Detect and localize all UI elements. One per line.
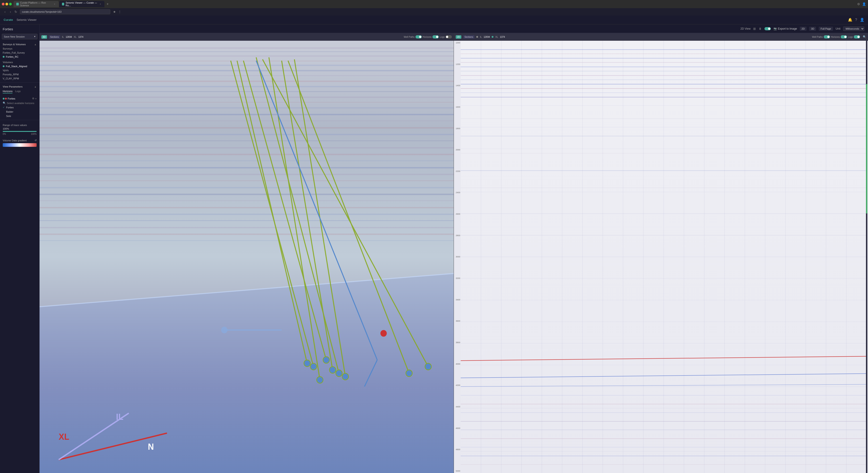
tab-horizons[interactable]: Horizons bbox=[3, 90, 12, 93]
tab-close-1[interactable]: × bbox=[53, 2, 56, 6]
2d-toggles: Well Paths Horizons Logs bbox=[812, 35, 860, 38]
svg-point-54 bbox=[336, 370, 342, 376]
sections-button-2d[interactable]: Sections bbox=[463, 35, 474, 39]
volume-item-2[interactable]: VpVs bbox=[0, 68, 39, 72]
svg-rect-115 bbox=[461, 136, 867, 136]
logs-switch-2d[interactable] bbox=[854, 35, 860, 38]
svg-rect-9 bbox=[39, 75, 454, 76]
tab-close-2[interactable]: × bbox=[99, 2, 102, 6]
browser-tab-1[interactable]: Curate Platform — Ron Science × bbox=[13, 1, 59, 7]
survey-item-2[interactable]: Forties_RC bbox=[0, 55, 39, 59]
sections-button-3d[interactable]: Sections bbox=[49, 35, 60, 39]
export-to-image-button[interactable]: 📷 Export to Image bbox=[774, 27, 797, 30]
axis-label-1600: 1600 bbox=[454, 106, 460, 108]
forward-button[interactable]: › bbox=[8, 9, 13, 14]
svg-rect-22 bbox=[39, 154, 454, 155]
well-paths-switch-2d[interactable] bbox=[824, 35, 830, 38]
svg-rect-31 bbox=[39, 213, 454, 215]
search-horizons-label: Select available horizons bbox=[7, 102, 34, 105]
address-input[interactable] bbox=[20, 9, 110, 14]
il-label-2d: IL bbox=[480, 36, 482, 38]
svg-rect-10 bbox=[39, 81, 454, 82]
app-logo: Curate bbox=[4, 18, 13, 22]
axis-label-4000: 4000 bbox=[454, 363, 460, 365]
volume-item-4[interactable]: V_CLAY_RPM bbox=[0, 77, 39, 81]
gradient-refresh-icon[interactable]: ↺ bbox=[35, 139, 37, 142]
full-page-button[interactable]: Full Page bbox=[819, 27, 833, 31]
save-session-label: Save New Session bbox=[4, 35, 25, 38]
app-title: Seismic Viewer bbox=[17, 18, 37, 22]
browser-tab-2[interactable]: Seismic Viewer — Curate — Ro... × bbox=[59, 1, 104, 7]
help-icon[interactable]: ? bbox=[855, 18, 857, 22]
extensions-icon[interactable]: ⚙ bbox=[856, 2, 861, 6]
surveys-volumes-toggle[interactable]: ▲ bbox=[34, 43, 37, 46]
viewer-3d[interactable]: 3D Sections IL 12694 XL 1374 Well Paths bbox=[39, 33, 454, 473]
close-window-btn[interactable] bbox=[2, 3, 4, 5]
logs-switch-3d[interactable] bbox=[445, 35, 452, 38]
2d-scrollbar[interactable] bbox=[866, 41, 867, 473]
well-paths-switch-3d[interactable] bbox=[415, 35, 422, 38]
svg-rect-15 bbox=[39, 107, 454, 109]
viewers-row: 3D Sections IL 12694 XL 1374 Well Paths bbox=[39, 33, 868, 473]
volume-2-name: VpVs bbox=[3, 69, 8, 72]
view-toggle-switch[interactable] bbox=[765, 27, 771, 30]
star-icon[interactable]: ★ bbox=[112, 9, 117, 14]
horizon-list-forties[interactable]: ✓ Forties bbox=[0, 105, 39, 110]
search-icon-2d[interactable]: 🔍 bbox=[863, 35, 866, 38]
browser-tabs: Curate Platform — Ron Science × Seismic … bbox=[13, 1, 855, 7]
view-params-toggle[interactable]: ▲ bbox=[34, 85, 37, 88]
survey-item-1[interactable]: Forties_Full_Survey bbox=[0, 51, 39, 55]
xl-value-2d: 1374 bbox=[500, 36, 505, 38]
pause-icon[interactable]: ⏸ bbox=[758, 27, 762, 31]
svg-rect-113 bbox=[461, 97, 867, 97]
axis-label-1800: 1800 bbox=[454, 127, 460, 129]
volume-1-name: Full_Stack_Aligned bbox=[6, 65, 27, 68]
svg-rect-35 bbox=[39, 240, 454, 241]
svg-rect-6 bbox=[39, 61, 454, 61]
2d-seismic-svg: 1000 1200 1400 1600 1800 2000 2200 2400 … bbox=[461, 41, 867, 473]
grid-view-icon[interactable]: ⊞ bbox=[753, 27, 756, 31]
n-axis-label: N bbox=[148, 442, 154, 451]
horizon-list-sele[interactable]: ✓ Sele bbox=[0, 114, 39, 118]
unit-dropdown[interactable]: Milliseconds bbox=[843, 27, 864, 31]
maximize-window-btn[interactable] bbox=[9, 3, 12, 5]
horizon-close-icon[interactable]: × bbox=[35, 97, 37, 100]
horizon-color-dot-red bbox=[5, 98, 7, 99]
horizons-switch-3d[interactable] bbox=[432, 35, 439, 38]
2d-view-button[interactable]: 2D bbox=[800, 27, 807, 31]
volumes-label: Volumes bbox=[0, 60, 39, 64]
range-slider[interactable] bbox=[3, 131, 37, 132]
volume-item-3[interactable]: Porosity_RPM bbox=[0, 72, 39, 77]
viewer-3d-toolbar: 3D Sections IL 12694 XL 1374 Well Paths bbox=[39, 33, 454, 41]
save-session-button[interactable]: Save New Session ▾ bbox=[2, 34, 37, 39]
3d-mode-button[interactable]: 3D bbox=[41, 35, 47, 39]
export-label: Export to Image bbox=[778, 27, 797, 30]
svg-rect-131 bbox=[461, 447, 867, 447]
reload-button[interactable]: ↻ bbox=[13, 9, 18, 14]
horizon-list-balder[interactable]: ✓ Balder bbox=[0, 110, 39, 114]
horizons-switch-2d[interactable] bbox=[841, 35, 847, 38]
axis-label-2000: 2000 bbox=[454, 149, 460, 151]
tab-logs[interactable]: Logs bbox=[15, 90, 21, 93]
active-horizon-name: Forties bbox=[8, 97, 31, 100]
user-avatar-icon[interactable]: 👤 bbox=[860, 18, 864, 22]
settings-icon[interactable]: ⋮ bbox=[118, 9, 122, 14]
svg-rect-129 bbox=[461, 430, 867, 430]
2d-mode-button[interactable]: 2D bbox=[456, 35, 461, 39]
view-params-content: Horizons Logs bbox=[0, 89, 39, 96]
axis-label-4200: 4200 bbox=[454, 384, 460, 386]
notification-icon[interactable]: 🔔 bbox=[848, 18, 852, 22]
search-horizons-button[interactable]: 🔍 Select available horizons bbox=[0, 101, 39, 105]
3d-view-button[interactable]: 3D bbox=[809, 27, 816, 31]
volume-item-1[interactable]: Full_Stack_Aligned bbox=[0, 64, 39, 68]
new-tab-button[interactable]: + bbox=[105, 1, 110, 7]
back-button[interactable]: ‹ bbox=[3, 9, 7, 14]
minimize-window-btn[interactable] bbox=[5, 3, 8, 5]
viewer-2d[interactable]: 2D Sections IL 12694 XL 1374 Well Paths bbox=[454, 33, 868, 473]
svg-rect-23 bbox=[39, 160, 454, 161]
svg-rect-18 bbox=[39, 127, 454, 128]
user-profile-icon[interactable]: 👤 bbox=[862, 2, 866, 6]
horizon-settings-icon[interactable]: ⚙ bbox=[32, 97, 34, 100]
il-label-3d: IL bbox=[62, 36, 64, 38]
2d-scroll-thumb[interactable] bbox=[866, 84, 867, 213]
